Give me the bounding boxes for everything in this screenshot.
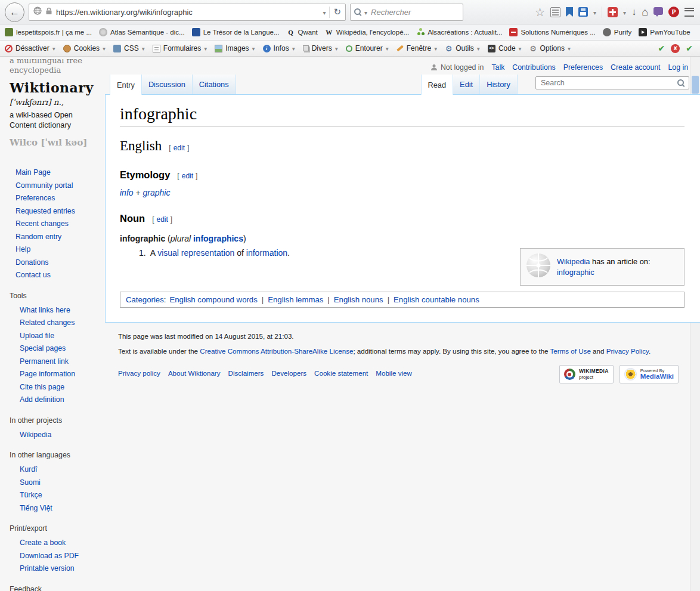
valid-check-icon[interactable] <box>658 44 665 52</box>
hamburger-menu-icon[interactable] <box>684 8 694 17</box>
downloads-icon[interactable] <box>631 7 636 17</box>
reading-list-icon[interactable] <box>550 7 560 17</box>
mediawiki-badge[interactable]: Powered ByMediaWiki <box>620 365 679 383</box>
sidebar-item-what-links-here[interactable]: What links here <box>20 306 70 314</box>
sidebar-item-special-pages[interactable]: Special pages <box>20 344 66 352</box>
sidebar-item-turkce[interactable]: Türkçe <box>20 491 42 499</box>
tab-history[interactable]: History <box>480 75 518 94</box>
devbar-misc[interactable]: Divers <box>303 44 338 52</box>
search-engine-dropdown-icon[interactable] <box>364 7 367 17</box>
devbar-infos[interactable]: Infos <box>263 44 295 52</box>
devbar-tools[interactable]: Outils <box>445 44 480 52</box>
sidebar-item-random-entry[interactable]: Random entry <box>16 233 61 241</box>
wikipedia-article-link[interactable]: infographic <box>557 268 594 277</box>
sidebar-item-wikipedia[interactable]: Wikipedia <box>20 431 51 439</box>
back-button[interactable] <box>5 2 24 22</box>
sidebar-item-page-information[interactable]: Page information <box>20 370 75 378</box>
bookmark-item[interactable]: PwnYouTube <box>639 28 690 36</box>
devbar-disable[interactable]: Désactiver <box>5 44 55 52</box>
footer-link-about-wiktionary[interactable]: About Wiktionary <box>168 369 221 377</box>
bookmark-item[interactable]: Le Trésor de la Langue... <box>192 28 280 36</box>
category-link[interactable]: English compound words <box>169 295 257 304</box>
tab-citations[interactable]: Citations <box>193 75 236 94</box>
urlbar-dropdown-icon[interactable] <box>323 7 326 17</box>
bookmarks-menu-icon[interactable] <box>566 7 573 17</box>
devbar-cookies[interactable]: Cookies <box>63 44 106 52</box>
wikimedia-badge[interactable]: WIKIMEDIAproject <box>559 365 614 383</box>
home-icon[interactable] <box>642 7 648 17</box>
web-search-bar[interactable] <box>350 4 463 21</box>
categories-link[interactable]: Categories <box>126 295 164 304</box>
personal-link-talk[interactable]: Talk <box>491 63 504 72</box>
bookmark-item[interactable]: WWikipédia, l'encyclopé... <box>325 28 409 36</box>
sidebar-item-preferences[interactable]: Preferences <box>16 194 55 202</box>
terms-of-use-link[interactable]: Terms of Use <box>550 347 591 355</box>
save-page-icon[interactable] <box>578 7 588 17</box>
devbar-css[interactable]: CSS <box>113 44 145 52</box>
sidebar-item-requested-entries[interactable]: Requested entries <box>16 207 75 215</box>
web-search-input[interactable] <box>370 7 459 17</box>
url-bar[interactable]: https://en.wiktionary.org/wiki/infograph… <box>29 4 346 21</box>
category-link[interactable]: English lemmas <box>268 295 323 304</box>
sidebar-item-suomi[interactable]: Suomi <box>20 478 41 487</box>
sidebar-item-download-as-pdf[interactable]: Download as PDF <box>20 552 79 560</box>
url-text[interactable]: https://en.wiktionary.org/wiki/infograph… <box>56 8 319 17</box>
tab-discussion[interactable]: Discussion <box>142 75 193 94</box>
bookmark-item[interactable]: Purify <box>603 28 631 36</box>
sidebar-item-upload-file[interactable]: Upload file <box>20 332 54 340</box>
wiki-search-box[interactable] <box>535 76 689 89</box>
footer-link-disclaimers[interactable]: Disclaimers <box>228 369 264 377</box>
sidebar-item-main-page[interactable]: Main Page <box>16 168 51 177</box>
bookmark-item[interactable]: Solutions Numériques ... <box>509 28 595 36</box>
wikipedia-link[interactable]: Wikipedia <box>557 257 590 266</box>
etymology-link-info[interactable]: info <box>120 188 134 197</box>
category-link[interactable]: English nouns <box>334 295 383 304</box>
sidebar-item-help[interactable]: Help <box>16 245 30 253</box>
footer-link-mobile-view[interactable]: Mobile view <box>376 369 412 377</box>
personal-link-create-account[interactable]: Create account <box>611 63 660 72</box>
devbar-code[interactable]: Code <box>488 44 522 52</box>
sidebar-item-permanent-link[interactable]: Permanent link <box>20 357 69 366</box>
sidebar-item-printable-version[interactable]: Printable version <box>20 564 75 573</box>
definition-link-information[interactable]: information <box>246 248 287 258</box>
reload-icon[interactable] <box>333 7 341 17</box>
devbar-forms[interactable]: Formulaires <box>153 44 207 52</box>
sidebar-item-kurdi[interactable]: Kurdî <box>20 465 37 474</box>
devbar-window[interactable]: Fenêtre <box>397 44 437 52</box>
devbar-images[interactable]: Images <box>215 44 255 52</box>
sidebar-item-related-changes[interactable]: Related changes <box>20 318 75 327</box>
personal-link-log-in[interactable]: Log in <box>668 63 688 72</box>
sidebar-item-cite-this-page[interactable]: Cite this page <box>20 383 64 391</box>
sidebar-item-recent-changes[interactable]: Recent changes <box>16 219 69 228</box>
tab-edit[interactable]: Edit <box>453 75 480 94</box>
definition-link-visual-representation[interactable]: visual representation <box>157 248 234 258</box>
devbar-options[interactable]: Options <box>529 44 571 52</box>
sidebar-item-create-a-book[interactable]: Create a book <box>20 539 66 547</box>
error-cross-icon[interactable] <box>671 44 680 53</box>
bookmark-star-icon[interactable] <box>535 7 545 18</box>
footer-link-developers[interactable]: Developers <box>271 369 306 377</box>
etymology-link-graphic[interactable]: graphic <box>143 188 171 197</box>
adblock-dropdown-icon[interactable] <box>623 7 626 17</box>
personal-link-preferences[interactable]: Preferences <box>563 63 603 72</box>
bookmark-item[interactable]: lespetitspois.fr | ça me ... <box>5 28 92 36</box>
save-dropdown-icon[interactable] <box>593 7 596 17</box>
edit-link[interactable]: edit <box>182 172 193 180</box>
plural-form-link[interactable]: infographics <box>193 234 243 243</box>
tab-read[interactable]: Read <box>421 75 454 95</box>
sidebar-item-contact-us[interactable]: Contact us <box>16 271 51 279</box>
valid-check-icon[interactable] <box>686 44 693 52</box>
tab-entry[interactable]: Entry <box>110 75 142 95</box>
privacy-policy-link[interactable]: Privacy Policy <box>606 347 649 355</box>
search-magnifier-icon[interactable] <box>354 8 362 16</box>
edit-link[interactable]: edit <box>157 215 168 224</box>
adblock-extension-icon[interactable] <box>608 7 618 17</box>
sidebar-item-donations[interactable]: Donations <box>16 258 48 267</box>
sidebar-item-community-portal[interactable]: Community portal <box>16 181 73 190</box>
wiki-search-magnifier-icon[interactable] <box>677 79 685 87</box>
edit-link[interactable]: edit <box>174 144 185 152</box>
bookmark-item[interactable]: Alsacréations : Actualit... <box>416 28 502 36</box>
cc-license-link[interactable]: Creative Commons Attribution-ShareAlike … <box>200 347 353 355</box>
lock-icon[interactable] <box>45 7 52 17</box>
bookmark-item[interactable]: Atlas Sémantique - dic... <box>99 28 185 36</box>
